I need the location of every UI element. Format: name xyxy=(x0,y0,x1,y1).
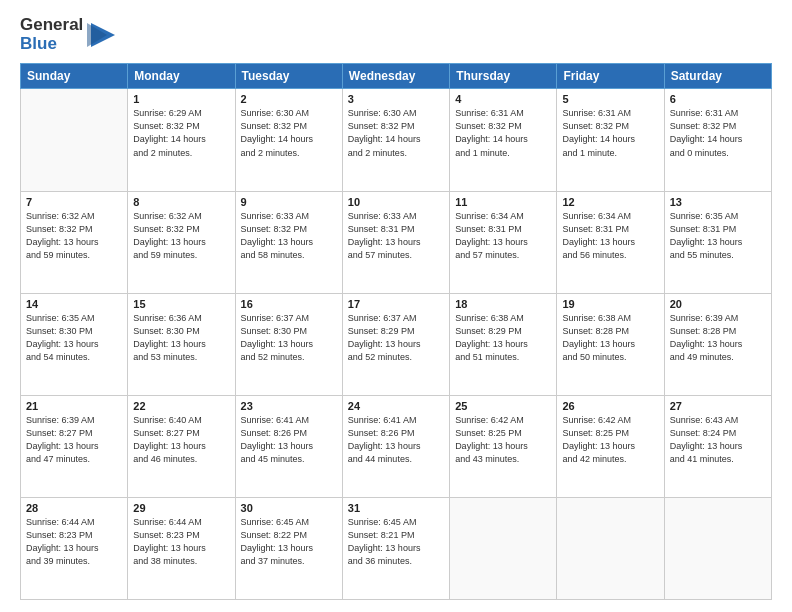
day-number: 5 xyxy=(562,93,658,105)
calendar-cell xyxy=(450,497,557,599)
cell-info: Sunrise: 6:30 AM Sunset: 8:32 PM Dayligh… xyxy=(241,107,337,159)
header-row: SundayMondayTuesdayWednesdayThursdayFrid… xyxy=(21,64,772,89)
calendar-cell: 9Sunrise: 6:33 AM Sunset: 8:32 PM Daylig… xyxy=(235,191,342,293)
calendar-cell xyxy=(664,497,771,599)
col-header-friday: Friday xyxy=(557,64,664,89)
calendar-cell: 16Sunrise: 6:37 AM Sunset: 8:30 PM Dayli… xyxy=(235,293,342,395)
calendar-cell: 19Sunrise: 6:38 AM Sunset: 8:28 PM Dayli… xyxy=(557,293,664,395)
calendar-cell: 8Sunrise: 6:32 AM Sunset: 8:32 PM Daylig… xyxy=(128,191,235,293)
cell-info: Sunrise: 6:31 AM Sunset: 8:32 PM Dayligh… xyxy=(455,107,551,159)
cell-info: Sunrise: 6:34 AM Sunset: 8:31 PM Dayligh… xyxy=(562,210,658,262)
calendar-cell: 29Sunrise: 6:44 AM Sunset: 8:23 PM Dayli… xyxy=(128,497,235,599)
cell-info: Sunrise: 6:42 AM Sunset: 8:25 PM Dayligh… xyxy=(562,414,658,466)
cell-info: Sunrise: 6:37 AM Sunset: 8:29 PM Dayligh… xyxy=(348,312,444,364)
week-row-3: 14Sunrise: 6:35 AM Sunset: 8:30 PM Dayli… xyxy=(21,293,772,395)
calendar-cell: 7Sunrise: 6:32 AM Sunset: 8:32 PM Daylig… xyxy=(21,191,128,293)
calendar-cell: 11Sunrise: 6:34 AM Sunset: 8:31 PM Dayli… xyxy=(450,191,557,293)
cell-info: Sunrise: 6:44 AM Sunset: 8:23 PM Dayligh… xyxy=(26,516,122,568)
cell-info: Sunrise: 6:34 AM Sunset: 8:31 PM Dayligh… xyxy=(455,210,551,262)
calendar-cell: 15Sunrise: 6:36 AM Sunset: 8:30 PM Dayli… xyxy=(128,293,235,395)
calendar-cell: 17Sunrise: 6:37 AM Sunset: 8:29 PM Dayli… xyxy=(342,293,449,395)
calendar-cell: 20Sunrise: 6:39 AM Sunset: 8:28 PM Dayli… xyxy=(664,293,771,395)
cell-info: Sunrise: 6:41 AM Sunset: 8:26 PM Dayligh… xyxy=(348,414,444,466)
cell-info: Sunrise: 6:43 AM Sunset: 8:24 PM Dayligh… xyxy=(670,414,766,466)
week-row-4: 21Sunrise: 6:39 AM Sunset: 8:27 PM Dayli… xyxy=(21,395,772,497)
day-number: 4 xyxy=(455,93,551,105)
calendar-cell: 21Sunrise: 6:39 AM Sunset: 8:27 PM Dayli… xyxy=(21,395,128,497)
day-number: 15 xyxy=(133,298,229,310)
cell-info: Sunrise: 6:31 AM Sunset: 8:32 PM Dayligh… xyxy=(670,107,766,159)
calendar-cell: 27Sunrise: 6:43 AM Sunset: 8:24 PM Dayli… xyxy=(664,395,771,497)
calendar-cell: 22Sunrise: 6:40 AM Sunset: 8:27 PM Dayli… xyxy=(128,395,235,497)
logo-blue-text: Blue xyxy=(20,34,57,53)
cell-info: Sunrise: 6:35 AM Sunset: 8:31 PM Dayligh… xyxy=(670,210,766,262)
cell-info: Sunrise: 6:32 AM Sunset: 8:32 PM Dayligh… xyxy=(133,210,229,262)
calendar-cell: 23Sunrise: 6:41 AM Sunset: 8:26 PM Dayli… xyxy=(235,395,342,497)
calendar-cell: 13Sunrise: 6:35 AM Sunset: 8:31 PM Dayli… xyxy=(664,191,771,293)
cell-info: Sunrise: 6:41 AM Sunset: 8:26 PM Dayligh… xyxy=(241,414,337,466)
day-number: 1 xyxy=(133,93,229,105)
cell-info: Sunrise: 6:38 AM Sunset: 8:28 PM Dayligh… xyxy=(562,312,658,364)
cell-info: Sunrise: 6:33 AM Sunset: 8:31 PM Dayligh… xyxy=(348,210,444,262)
cell-info: Sunrise: 6:45 AM Sunset: 8:22 PM Dayligh… xyxy=(241,516,337,568)
calendar-cell: 3Sunrise: 6:30 AM Sunset: 8:32 PM Daylig… xyxy=(342,89,449,191)
day-number: 27 xyxy=(670,400,766,412)
calendar-cell: 5Sunrise: 6:31 AM Sunset: 8:32 PM Daylig… xyxy=(557,89,664,191)
day-number: 12 xyxy=(562,196,658,208)
day-number: 3 xyxy=(348,93,444,105)
week-row-2: 7Sunrise: 6:32 AM Sunset: 8:32 PM Daylig… xyxy=(21,191,772,293)
col-header-saturday: Saturday xyxy=(664,64,771,89)
logo-arrow-icon xyxy=(87,17,117,53)
day-number: 21 xyxy=(26,400,122,412)
day-number: 13 xyxy=(670,196,766,208)
cell-info: Sunrise: 6:36 AM Sunset: 8:30 PM Dayligh… xyxy=(133,312,229,364)
calendar-cell: 18Sunrise: 6:38 AM Sunset: 8:29 PM Dayli… xyxy=(450,293,557,395)
calendar-cell: 14Sunrise: 6:35 AM Sunset: 8:30 PM Dayli… xyxy=(21,293,128,395)
day-number: 29 xyxy=(133,502,229,514)
day-number: 25 xyxy=(455,400,551,412)
col-header-thursday: Thursday xyxy=(450,64,557,89)
day-number: 19 xyxy=(562,298,658,310)
header: General Blue xyxy=(20,16,772,53)
day-number: 11 xyxy=(455,196,551,208)
day-number: 16 xyxy=(241,298,337,310)
calendar-cell: 2Sunrise: 6:30 AM Sunset: 8:32 PM Daylig… xyxy=(235,89,342,191)
cell-info: Sunrise: 6:37 AM Sunset: 8:30 PM Dayligh… xyxy=(241,312,337,364)
cell-info: Sunrise: 6:38 AM Sunset: 8:29 PM Dayligh… xyxy=(455,312,551,364)
day-number: 24 xyxy=(348,400,444,412)
cell-info: Sunrise: 6:29 AM Sunset: 8:32 PM Dayligh… xyxy=(133,107,229,159)
day-number: 30 xyxy=(241,502,337,514)
col-header-wednesday: Wednesday xyxy=(342,64,449,89)
day-number: 9 xyxy=(241,196,337,208)
calendar-page: General Blue SundayMondayTuesdayWednesda… xyxy=(0,0,792,612)
calendar-cell: 28Sunrise: 6:44 AM Sunset: 8:23 PM Dayli… xyxy=(21,497,128,599)
logo: General Blue xyxy=(20,16,117,53)
cell-info: Sunrise: 6:44 AM Sunset: 8:23 PM Dayligh… xyxy=(133,516,229,568)
day-number: 7 xyxy=(26,196,122,208)
cell-info: Sunrise: 6:45 AM Sunset: 8:21 PM Dayligh… xyxy=(348,516,444,568)
calendar-cell: 26Sunrise: 6:42 AM Sunset: 8:25 PM Dayli… xyxy=(557,395,664,497)
day-number: 26 xyxy=(562,400,658,412)
day-number: 14 xyxy=(26,298,122,310)
day-number: 31 xyxy=(348,502,444,514)
col-header-monday: Monday xyxy=(128,64,235,89)
calendar-cell: 30Sunrise: 6:45 AM Sunset: 8:22 PM Dayli… xyxy=(235,497,342,599)
calendar-cell: 31Sunrise: 6:45 AM Sunset: 8:21 PM Dayli… xyxy=(342,497,449,599)
day-number: 23 xyxy=(241,400,337,412)
calendar-cell: 6Sunrise: 6:31 AM Sunset: 8:32 PM Daylig… xyxy=(664,89,771,191)
week-row-1: 1Sunrise: 6:29 AM Sunset: 8:32 PM Daylig… xyxy=(21,89,772,191)
col-header-sunday: Sunday xyxy=(21,64,128,89)
calendar-table: SundayMondayTuesdayWednesdayThursdayFrid… xyxy=(20,63,772,600)
cell-info: Sunrise: 6:30 AM Sunset: 8:32 PM Dayligh… xyxy=(348,107,444,159)
cell-info: Sunrise: 6:32 AM Sunset: 8:32 PM Dayligh… xyxy=(26,210,122,262)
week-row-5: 28Sunrise: 6:44 AM Sunset: 8:23 PM Dayli… xyxy=(21,497,772,599)
calendar-cell: 10Sunrise: 6:33 AM Sunset: 8:31 PM Dayli… xyxy=(342,191,449,293)
calendar-cell: 24Sunrise: 6:41 AM Sunset: 8:26 PM Dayli… xyxy=(342,395,449,497)
cell-info: Sunrise: 6:40 AM Sunset: 8:27 PM Dayligh… xyxy=(133,414,229,466)
calendar-cell: 12Sunrise: 6:34 AM Sunset: 8:31 PM Dayli… xyxy=(557,191,664,293)
day-number: 2 xyxy=(241,93,337,105)
cell-info: Sunrise: 6:42 AM Sunset: 8:25 PM Dayligh… xyxy=(455,414,551,466)
day-number: 18 xyxy=(455,298,551,310)
day-number: 10 xyxy=(348,196,444,208)
day-number: 8 xyxy=(133,196,229,208)
